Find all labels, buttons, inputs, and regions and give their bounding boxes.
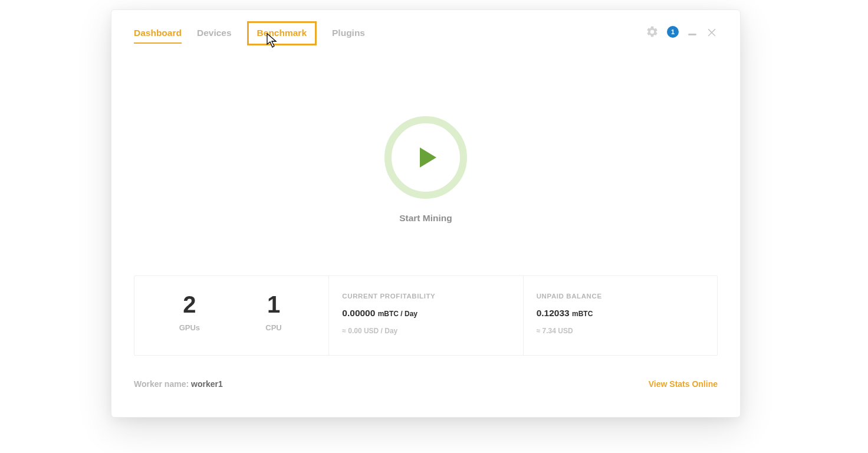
tab-devices[interactable]: Devices: [197, 28, 232, 39]
tab-dashboard[interactable]: Dashboard: [134, 28, 182, 44]
profitability-title: CURRENT PROFITABILITY: [342, 293, 509, 300]
profitability-value: 0.00000 mBTC / Day: [342, 308, 509, 319]
balance-card: UNPAID BALANCE 0.12033 mBTC ≈ 7.34 USD: [523, 276, 717, 355]
stats-cards: 2 GPUs 1 CPU CURRENT PROFITABILITY 0.000…: [134, 275, 718, 356]
balance-fiat: ≈ 7.34 USD: [537, 327, 704, 335]
balance-title: UNPAID BALANCE: [537, 293, 704, 300]
cpu-summary: 1 CPU: [232, 293, 316, 335]
cpu-label: CPU: [232, 323, 316, 332]
gpu-summary: 2 GPUs: [147, 293, 232, 335]
worker-name: Worker name: worker1: [134, 379, 223, 389]
minimize-icon[interactable]: [687, 27, 698, 37]
svg-rect-0: [688, 34, 696, 35]
notification-badge[interactable]: 1: [667, 26, 679, 38]
tab-benchmark[interactable]: Benchmark: [247, 21, 317, 45]
settings-icon[interactable]: [646, 25, 659, 38]
cpu-count: 1: [232, 293, 316, 316]
app-window: Dashboard Devices Benchmark Plugins 1 St…: [111, 9, 741, 418]
play-icon: [420, 147, 436, 168]
profitability-card: CURRENT PROFITABILITY 0.00000 mBTC / Day…: [328, 276, 522, 355]
profitability-fiat: ≈ 0.00 USD / Day: [342, 327, 509, 335]
gpu-count: 2: [147, 293, 232, 316]
start-mining-button[interactable]: [384, 116, 467, 199]
footer-bar: Worker name: worker1 View Stats Online: [134, 379, 718, 389]
start-mining-label: Start Mining: [399, 213, 452, 224]
close-icon[interactable]: [706, 26, 718, 38]
balance-value: 0.12033 mBTC: [537, 308, 704, 319]
view-stats-link[interactable]: View Stats Online: [649, 379, 718, 389]
window-controls: 1: [646, 25, 718, 38]
hardware-card: 2 GPUs 1 CPU: [134, 276, 328, 355]
top-bar: Dashboard Devices Benchmark Plugins 1: [134, 10, 718, 45]
gpu-label: GPUs: [147, 323, 232, 332]
nav-tabs: Dashboard Devices Benchmark Plugins: [134, 28, 365, 45]
tab-plugins[interactable]: Plugins: [332, 28, 365, 39]
start-mining-area: Start Mining: [134, 116, 718, 224]
